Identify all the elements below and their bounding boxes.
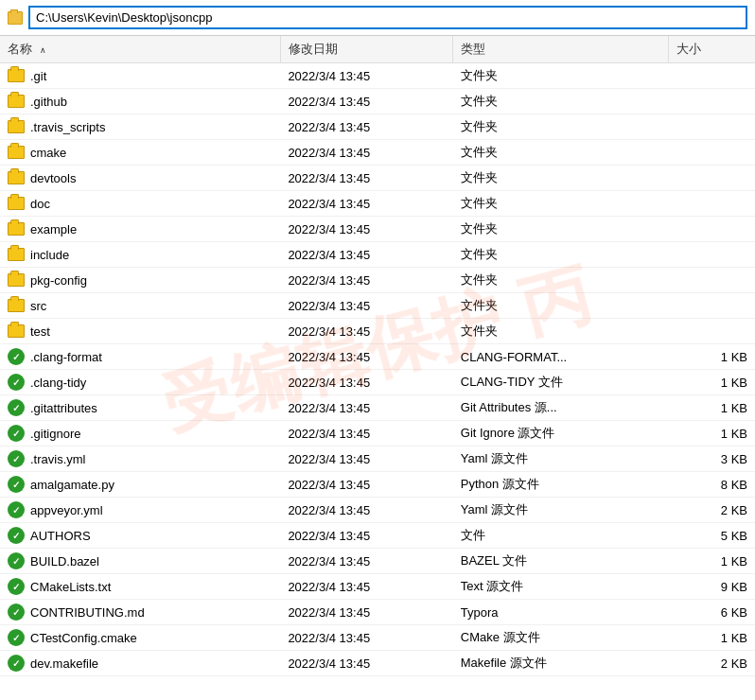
file-icon: ✓: [8, 348, 25, 365]
folder-icon: [8, 11, 23, 25]
cell-size: [669, 242, 755, 268]
table-row[interactable]: cmake2022/3/4 13:45文件夹: [0, 140, 755, 166]
cell-name: .git: [0, 63, 280, 89]
table-row[interactable]: include2022/3/4 13:45文件夹: [0, 242, 755, 268]
cell-name: ✓.gitignore: [0, 421, 280, 446]
cell-type: 文件夹: [453, 114, 669, 140]
file-name: appveyor.yml: [30, 503, 103, 517]
file-name: CMakeLists.txt: [30, 580, 111, 594]
table-row[interactable]: ✓.gitattributes2022/3/4 13:45Git Attribu…: [0, 395, 755, 421]
cell-size: 5 KB: [669, 523, 755, 549]
table-row[interactable]: ✓.gitignore2022/3/4 13:45Git Ignore 源文件1…: [0, 421, 755, 446]
table-row[interactable]: ✓CONTRIBUTING.md2022/3/4 13:45Typora6 KB: [0, 600, 755, 625]
file-icon: ✓: [8, 655, 25, 672]
cell-size: [669, 114, 755, 140]
cell-date: 2022/3/4 13:45: [280, 344, 452, 370]
cell-date: 2022/3/4 13:45: [280, 268, 452, 293]
cell-name: doc: [0, 191, 280, 217]
file-name: .clang-tidy: [30, 376, 86, 390]
cell-name: ✓CONTRIBUTING.md: [0, 600, 280, 625]
table-row[interactable]: ✓AUTHORS2022/3/4 13:45文件5 KB: [0, 523, 755, 549]
sort-arrow-name: ∧: [40, 45, 46, 55]
file-name: doc: [30, 197, 50, 211]
file-icon: ✓: [8, 578, 25, 595]
table-row[interactable]: doc2022/3/4 13:45文件夹: [0, 191, 755, 217]
cell-date: 2022/3/4 13:45: [280, 242, 452, 268]
cell-type: 文件夹: [453, 268, 669, 293]
cell-date: 2022/3/4 13:45: [280, 651, 452, 676]
folder-icon: [8, 273, 25, 287]
table-row[interactable]: test2022/3/4 13:45文件夹: [0, 319, 755, 344]
cell-type: 文件夹: [453, 293, 669, 319]
cell-name: include: [0, 242, 280, 268]
cell-type: Python 源文件: [453, 472, 669, 498]
table-row[interactable]: ✓amalgamate.py2022/3/4 13:45Python 源文件8 …: [0, 472, 755, 498]
table-row[interactable]: .github2022/3/4 13:45文件夹: [0, 89, 755, 114]
cell-size: [669, 63, 755, 89]
cell-size: 9 KB: [669, 574, 755, 600]
file-icon: ✓: [8, 629, 25, 646]
address-input[interactable]: [28, 6, 747, 29]
table-row[interactable]: ✓.travis.yml2022/3/4 13:45Yaml 源文件3 KB: [0, 446, 755, 472]
cell-name: ✓CTestConfig.cmake: [0, 625, 280, 651]
file-icon: ✓: [8, 374, 25, 391]
table-row[interactable]: ✓appveyor.yml2022/3/4 13:45Yaml 源文件2 KB: [0, 498, 755, 523]
cell-name: .github: [0, 89, 280, 114]
cell-date: 2022/3/4 13:45: [280, 63, 452, 89]
table-row[interactable]: example2022/3/4 13:45文件夹: [0, 217, 755, 242]
cell-date: 2022/3/4 13:45: [280, 217, 452, 242]
cell-size: 1 KB: [669, 549, 755, 574]
cell-size: [669, 217, 755, 242]
file-name: .git: [30, 69, 46, 83]
file-name: pkg-config: [30, 273, 87, 288]
file-list: 名称 ∧ 修改日期 类型 大小 .git2022/3/4 13:45文件夹.gi…: [0, 36, 755, 676]
cell-type: 文件夹: [453, 89, 669, 114]
file-name: .github: [30, 95, 67, 109]
cell-name: ✓BUILD.bazel: [0, 549, 280, 574]
table-row[interactable]: ✓.clang-format2022/3/4 13:45CLANG-FORMAT…: [0, 344, 755, 370]
cell-size: [669, 89, 755, 114]
file-icon: ✓: [8, 399, 25, 416]
cell-date: 2022/3/4 13:45: [280, 114, 452, 140]
cell-date: 2022/3/4 13:45: [280, 191, 452, 217]
cell-name: .travis_scripts: [0, 114, 280, 140]
table-row[interactable]: .git2022/3/4 13:45文件夹: [0, 63, 755, 89]
folder-icon: [8, 120, 25, 133]
table-row[interactable]: ✓dev.makefile2022/3/4 13:45Makefile 源文件2…: [0, 651, 755, 676]
table-row[interactable]: ✓BUILD.bazel2022/3/4 13:45BAZEL 文件1 KB: [0, 549, 755, 574]
table-row[interactable]: pkg-config2022/3/4 13:45文件夹: [0, 268, 755, 293]
file-name: .clang-format: [30, 350, 102, 364]
cell-date: 2022/3/4 13:45: [280, 549, 452, 574]
file-name: .gitignore: [30, 427, 80, 441]
file-name: src: [30, 299, 46, 313]
col-header-date[interactable]: 修改日期: [280, 36, 452, 63]
cell-size: [669, 293, 755, 319]
cell-type: 文件夹: [453, 242, 669, 268]
cell-size: 1 KB: [669, 344, 755, 370]
file-icon: ✓: [8, 552, 25, 569]
col-header-name[interactable]: 名称 ∧: [0, 36, 280, 63]
table-row[interactable]: ✓CTestConfig.cmake2022/3/4 13:45CMake 源文…: [0, 625, 755, 651]
table-row[interactable]: src2022/3/4 13:45文件夹: [0, 293, 755, 319]
cell-type: Text 源文件: [453, 574, 669, 600]
table-row[interactable]: ✓CMakeLists.txt2022/3/4 13:45Text 源文件9 K…: [0, 574, 755, 600]
folder-icon: [8, 69, 25, 82]
table-row[interactable]: .travis_scripts2022/3/4 13:45文件夹: [0, 114, 755, 140]
cell-date: 2022/3/4 13:45: [280, 370, 452, 395]
table-row[interactable]: devtools2022/3/4 13:45文件夹: [0, 166, 755, 191]
cell-size: 1 KB: [669, 370, 755, 395]
cell-name: pkg-config: [0, 268, 280, 293]
address-bar: [0, 0, 755, 36]
file-icon: ✓: [8, 450, 25, 467]
cell-date: 2022/3/4 13:45: [280, 446, 452, 472]
cell-size: 1 KB: [669, 625, 755, 651]
cell-type: 文件夹: [453, 63, 669, 89]
table-row[interactable]: ✓.clang-tidy2022/3/4 13:45CLANG-TIDY 文件1…: [0, 370, 755, 395]
folder-icon: [8, 171, 25, 184]
col-header-type[interactable]: 类型: [453, 36, 669, 63]
cell-name: ✓amalgamate.py: [0, 472, 280, 498]
cell-type: 文件: [453, 523, 669, 549]
cell-name: ✓.clang-format: [0, 344, 280, 370]
col-header-size[interactable]: 大小: [669, 36, 755, 63]
file-name: AUTHORS: [30, 529, 91, 543]
